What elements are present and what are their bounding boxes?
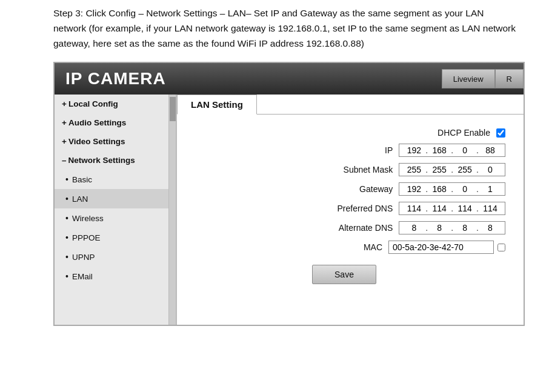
ip-label: IP	[326, 145, 399, 155]
gateway-field-1[interactable]	[403, 184, 425, 194]
camera-panel: IP CAMERA Liveview R + Local Config + Au…	[53, 62, 525, 326]
mac-field[interactable]	[393, 242, 490, 252]
ip-field-4[interactable]	[479, 145, 501, 155]
save-button[interactable]: Save	[312, 265, 376, 284]
subnet-field-1[interactable]	[403, 165, 425, 174]
scrollbar-thumb	[170, 97, 176, 121]
dhcp-checkbox[interactable]	[496, 128, 505, 138]
subnet-field-2[interactable]	[428, 165, 450, 174]
ip-field-2[interactable]	[428, 145, 450, 155]
gateway-input: . . .	[399, 182, 505, 196]
subnet-label: Subnet Mask	[326, 165, 399, 174]
sidebar-item-video-settings[interactable]: + Video Settings	[55, 132, 176, 151]
adns-field-1[interactable]	[403, 223, 425, 233]
save-row: Save	[183, 265, 505, 284]
mac-label: MAC	[316, 242, 388, 252]
intro-text: Step 3: Click Config – Network Settings …	[0, 6, 549, 62]
dhcp-label: DHCP Enable	[424, 128, 496, 138]
adns-field-3[interactable]	[454, 223, 476, 233]
subnet-field-4[interactable]	[479, 165, 501, 174]
pdns-field-1[interactable]	[403, 204, 425, 213]
liveview-button[interactable]: Liveview	[442, 69, 495, 88]
alternate-dns-row: Alternate DNS . . .	[183, 221, 505, 234]
preferred-dns-label: Preferred DNS	[326, 204, 399, 213]
mac-input-wrapper	[388, 241, 505, 254]
gateway-label: Gateway	[326, 184, 399, 194]
dhcp-row: DHCP Enable	[183, 128, 505, 138]
sidebar-item-lan[interactable]: • LAN	[55, 189, 176, 208]
sidebar-item-email[interactable]: • EMail	[55, 267, 176, 286]
tab-bar: LAN Setting	[177, 95, 524, 115]
mac-row: MAC	[183, 241, 505, 254]
sidebar-item-audio-settings[interactable]: + Audio Settings	[55, 113, 176, 132]
alternate-dns-input: . . .	[399, 221, 505, 234]
adns-field-2[interactable]	[428, 223, 450, 233]
adns-field-4[interactable]	[479, 223, 501, 233]
ip-field-1[interactable]	[403, 145, 425, 155]
gateway-field-3[interactable]	[454, 184, 476, 194]
dhcp-checkbox-wrapper	[496, 128, 505, 138]
mac-checkbox[interactable]	[497, 244, 505, 251]
alternate-dns-label: Alternate DNS	[326, 223, 399, 233]
content-area: LAN Setting DHCP Enable IP .	[177, 95, 524, 325]
sidebar-item-local-config[interactable]: + Local Config	[55, 95, 176, 113]
r-button[interactable]: R	[495, 69, 524, 88]
gateway-field-2[interactable]	[428, 184, 450, 194]
ip-field-3[interactable]	[454, 145, 476, 155]
pdns-field-4[interactable]	[479, 204, 501, 213]
gateway-row: Gateway . . .	[183, 182, 505, 196]
camera-nav: Liveview R	[442, 69, 524, 88]
sidebar: + Local Config + Audio Settings + Video …	[55, 95, 177, 325]
sidebar-item-basic[interactable]: • Basic	[55, 170, 176, 189]
sidebar-item-upnp[interactable]: • UPNP	[55, 247, 176, 267]
camera-title: IP CAMERA	[65, 69, 166, 88]
subnet-input: . . .	[399, 163, 505, 176]
ip-input: . . .	[399, 144, 505, 157]
mac-input	[388, 241, 494, 254]
preferred-dns-input: . . .	[399, 202, 505, 215]
ip-row: IP . . .	[183, 144, 505, 157]
scrollbar[interactable]	[168, 95, 176, 325]
tab-lan-setting[interactable]: LAN Setting	[177, 95, 257, 115]
sidebar-item-wireless[interactable]: • Wireless	[55, 208, 176, 228]
pdns-field-3[interactable]	[454, 204, 476, 213]
sidebar-item-pppoe[interactable]: • PPPOE	[55, 228, 176, 247]
camera-body: + Local Config + Audio Settings + Video …	[55, 95, 524, 325]
pdns-field-2[interactable]	[428, 204, 450, 213]
preferred-dns-row: Preferred DNS . . .	[183, 202, 505, 215]
camera-header: IP CAMERA Liveview R	[55, 63, 524, 95]
form-area: DHCP Enable IP . . .	[177, 115, 524, 297]
gateway-field-4[interactable]	[479, 184, 501, 194]
subnet-field-3[interactable]	[454, 165, 476, 174]
sidebar-item-network-settings[interactable]: – Network Settings	[55, 151, 176, 170]
subnet-row: Subnet Mask . . .	[183, 163, 505, 176]
